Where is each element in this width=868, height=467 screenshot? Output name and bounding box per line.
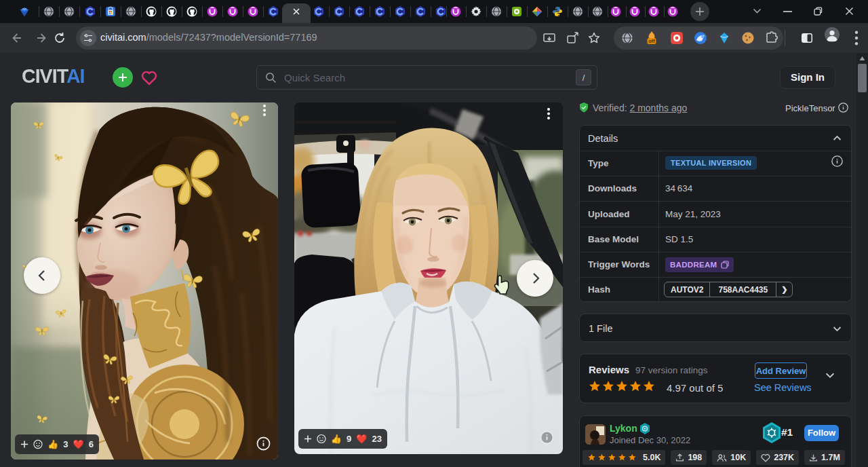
- svg-text:off: off: [648, 38, 655, 44]
